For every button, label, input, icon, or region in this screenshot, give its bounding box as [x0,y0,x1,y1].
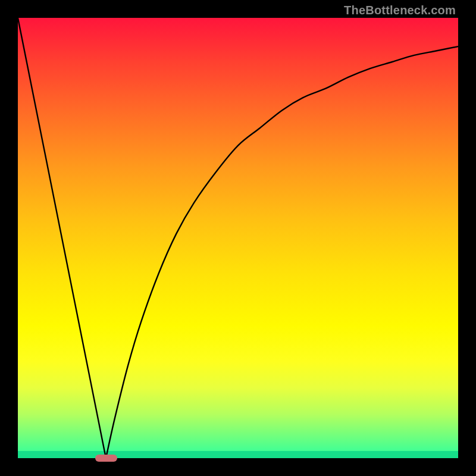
valley-marker [95,455,117,462]
chart-frame: TheBottleneck.com [0,0,476,476]
chart-left-line [18,18,106,458]
chart-right-curve [106,46,458,458]
chart-curve-layer [18,18,458,458]
watermark-text: TheBottleneck.com [344,4,456,17]
